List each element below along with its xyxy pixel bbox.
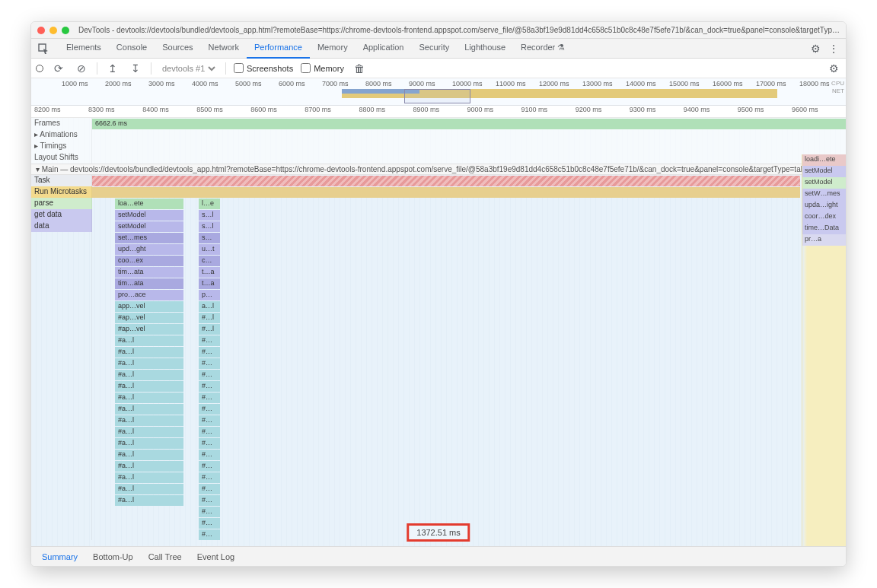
track-timings[interactable]: ▸ Timings [31,141,846,152]
flame-bar[interactable]: #… [199,358,220,369]
flame-bar[interactable]: s… [199,233,220,243]
flame-row[interactable]: upd…ghtu…t [31,243,846,255]
details-tab-call-tree[interactable]: Call Tree [148,552,182,561]
flame-bar[interactable]: #… [199,370,220,380]
more-icon[interactable]: ⋮ [826,41,841,56]
flame-bar[interactable]: app…vel [115,301,183,312]
flame-bar[interactable]: #… [199,393,220,403]
record-button[interactable] [36,65,43,72]
tab-lighthouse[interactable]: Lighthouse [457,38,513,59]
flame-bar[interactable]: u…t [199,244,220,255]
flame-bar[interactable]: pro…ace [115,290,183,300]
flame-bar[interactable]: #… [199,484,220,494]
flame-bar[interactable]: #… [199,495,220,506]
flame-row[interactable]: #ap…vel#…l [31,312,846,323]
flame-bar[interactable]: upd…ght [115,244,183,255]
settings-gear-icon[interactable]: ⚙ [826,61,841,76]
flame-bar[interactable]: #… [199,335,220,346]
flame-bar[interactable]: #… [199,518,220,529]
details-tab-bottom-up[interactable]: Bottom-Up [93,552,133,561]
details-tab-summary[interactable]: Summary [42,552,78,561]
flame-row[interactable]: pro…acep… [31,289,846,300]
flame-bar[interactable]: #ap…vel [115,313,183,323]
flame-row[interactable]: #a…l#… [31,449,846,460]
flame-bar[interactable] [92,176,800,186]
flame-bar[interactable]: #ap…vel [115,324,183,335]
flame-bar[interactable]: s…l [199,210,220,221]
flame-row[interactable]: #a…l#… [31,460,846,472]
flame-bar[interactable]: #… [199,427,220,437]
flamechart-area[interactable]: Frames 6662.6 ms ▸ Animations ▸ Timings … [31,118,846,546]
flame-bar[interactable]: #a…l [115,415,183,426]
flame-bar[interactable]: #a…l [115,472,183,483]
flame-row[interactable]: #a…l#… [31,483,846,494]
tab-memory[interactable]: Memory [310,38,356,59]
tab-security[interactable]: Security [411,38,457,59]
download-icon[interactable]: ↧ [128,61,143,76]
flame-row[interactable]: #a…l#… [31,403,846,415]
flame-bar[interactable]: #a…l [115,461,183,472]
flame-bar[interactable]: #… [199,461,220,472]
flame-bar[interactable]: #a…l [115,335,183,346]
minimize-icon[interactable] [49,27,57,34]
tab-performance[interactable]: Performance [247,38,310,59]
flame-bar[interactable]: l…e [199,199,220,209]
upload-icon[interactable]: ↥ [105,61,120,76]
memory-checkbox[interactable]: Memory [301,63,344,73]
flame-bar[interactable]: #…l [199,324,220,335]
flame-bar[interactable] [92,187,800,198]
flame-bar[interactable]: #a…l [115,495,183,506]
flame-row[interactable]: app…vela…l [31,300,846,312]
flame-row[interactable]: tim…atat…a [31,266,846,278]
flame-row[interactable]: get datasetModels…l [31,209,846,221]
flame-bar[interactable]: setModel [115,221,183,232]
flame-bar[interactable]: #… [199,404,220,415]
flame-bar[interactable]: #a…l [115,358,183,369]
flame-row[interactable]: #a…l#… [31,426,846,437]
reload-icon[interactable]: ⟳ [51,61,66,76]
close-icon[interactable] [37,27,45,34]
flame-bar[interactable]: #… [199,472,220,483]
flame-bar[interactable]: #a…l [115,347,183,358]
flame-bar[interactable]: #a…l [115,370,183,380]
flame-row[interactable]: Task [31,175,846,186]
flame-row[interactable]: Run Microtasks [31,186,846,198]
track-frames[interactable]: Frames 6662.6 ms [31,118,846,129]
flame-row[interactable]: parseloa…etel…e [31,198,846,209]
flame-bar[interactable]: a…l [199,301,220,312]
screenshots-checkbox[interactable]: Screenshots [234,63,293,73]
flame-bar[interactable]: #a…l [115,427,183,437]
flame-bar[interactable]: #a…l [115,484,183,494]
tab-elements[interactable]: Elements [59,38,109,59]
timeline-overview[interactable]: 1000 ms2000 ms3000 ms4000 ms5000 ms6000 … [31,78,846,106]
flame-row[interactable]: tim…atat…a [31,278,846,289]
tab-application[interactable]: Application [356,38,412,59]
overview-window[interactable] [404,89,470,103]
flame-bar[interactable]: #…l [199,313,220,323]
trash-icon[interactable]: 🗑 [352,61,367,76]
flame-row[interactable]: datasetModels…l [31,221,846,232]
flame-bar[interactable]: t…a [199,278,220,289]
flame-bar[interactable]: c… [199,256,220,266]
flame-row[interactable]: #a…l#… [31,392,846,403]
flame-row[interactable]: #a…l#… [31,369,846,380]
tab-sources[interactable]: Sources [155,38,200,59]
flame-bar[interactable]: #a…l [115,381,183,392]
flame-bar[interactable]: #… [199,381,220,392]
flame-row[interactable]: #a…l#… [31,494,846,506]
flame-bar[interactable]: t…a [199,267,220,278]
flame-bar[interactable]: #… [199,415,220,426]
clear-icon[interactable]: ⊘ [74,61,89,76]
flame-bar[interactable]: #a…l [115,393,183,403]
flame-bar[interactable]: #a…l [115,450,183,460]
flame-row[interactable]: #a…l#… [31,358,846,369]
flame-bar[interactable]: tim…ata [115,267,183,278]
tab-network[interactable]: Network [201,38,247,59]
tab-recorder-[interactable]: Recorder ⚗ [513,38,572,59]
tab-console[interactable]: Console [109,38,155,59]
flame-row[interactable]: #a…l#… [31,346,846,358]
flame-bar[interactable]: #a…l [115,438,183,449]
flame-row[interactable]: #a…l#… [31,472,846,483]
flame-bar[interactable]: #… [199,438,220,449]
flame-bar[interactable]: setModel [115,210,183,221]
